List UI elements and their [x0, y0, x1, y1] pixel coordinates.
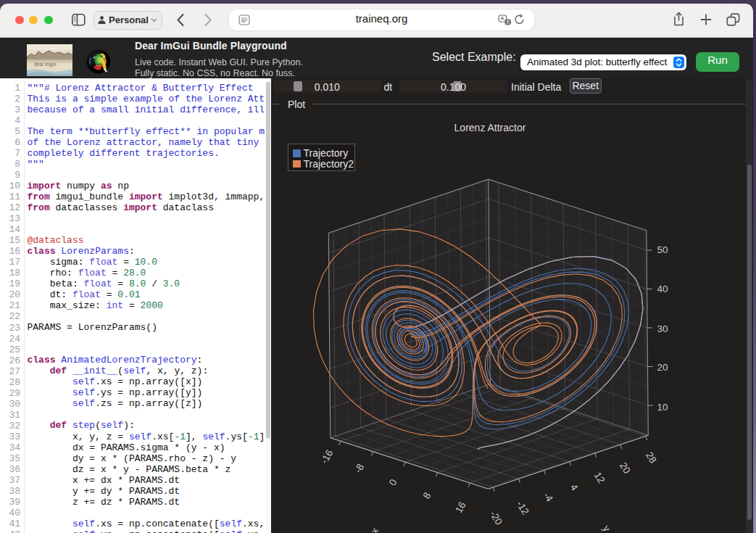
svg-text:-8: -8: [352, 462, 366, 475]
svg-text:20: 20: [618, 460, 633, 476]
svg-text:y: y: [601, 524, 612, 533]
svg-text:16: 16: [453, 500, 468, 515]
svg-text:x: x: [369, 526, 381, 533]
svg-text:-4: -4: [541, 490, 555, 504]
svg-text:30: 30: [657, 323, 668, 334]
svg-text:12: 12: [592, 470, 607, 485]
svg-text:dear imgui: dear imgui: [34, 62, 57, 67]
svg-text:20: 20: [657, 362, 668, 373]
svg-text:0: 0: [387, 477, 399, 487]
svg-text:10: 10: [657, 402, 668, 413]
svg-text:40: 40: [657, 284, 668, 294]
svg-text:-16: -16: [319, 448, 336, 466]
svg-text:-12: -12: [515, 499, 531, 516]
svg-text:50: 50: [657, 244, 668, 255]
svg-text:28: 28: [644, 450, 659, 466]
svg-text:8: 8: [421, 491, 433, 501]
svg-text:4: 4: [568, 482, 581, 493]
svg-text:-20: -20: [488, 509, 504, 526]
